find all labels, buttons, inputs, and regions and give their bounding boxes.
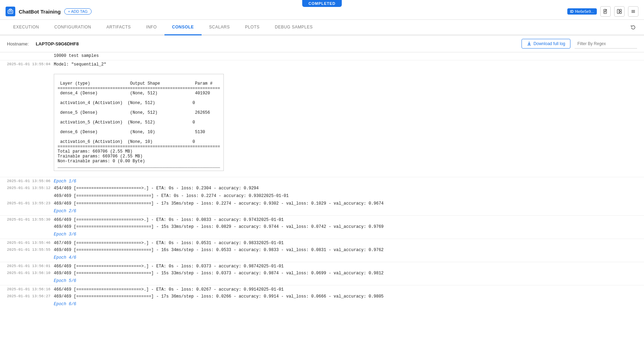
log-message: 466/469 [==========================>.] -…: [54, 286, 644, 293]
log-row: Epoch 2/6: [0, 208, 644, 215]
log-row: 469/469 [==============================]…: [0, 192, 644, 200]
log-message: Epoch 2/6: [54, 208, 644, 215]
log-timestamp: 2025-01-01 13:55:12: [0, 185, 54, 191]
download-icon: [527, 41, 532, 46]
log-message: 10000 test samples: [54, 52, 644, 59]
log-message: Layer (type) Output Shape Param # ======…: [54, 68, 644, 177]
svg-rect-1: [9, 9, 11, 10]
menu-icon-button[interactable]: [628, 6, 638, 17]
app-title: ChatBot Training: [19, 9, 61, 15]
tab-configuration[interactable]: CONFIGURATION: [47, 20, 99, 35]
nav-tabs: EXECUTION CONFIGURATION ARTIFACTS INFO C…: [0, 20, 644, 35]
header-right: ID f4e6e5e9...: [567, 6, 638, 17]
log-row: 2025-01-01 13:56:27 469/469 [===========…: [0, 293, 644, 301]
log-row: 469/469 [==============================]…: [0, 223, 644, 231]
svg-rect-11: [620, 12, 621, 14]
log-timestamp: [0, 254, 54, 256]
layout-icon-button[interactable]: [614, 6, 625, 17]
log-message: 469/469 [==============================]…: [54, 192, 644, 199]
log-message: 469/469 [==============================]…: [54, 293, 644, 300]
log-row: 2025-01-01 13:55:06 Epoch 1/6: [0, 177, 644, 185]
log-row: 2025-01-01 13:55:46 467/469 [===========…: [0, 239, 644, 247]
svg-rect-10: [620, 9, 621, 11]
log-timestamp: [0, 231, 54, 233]
log-message: Epoch 3/6: [54, 231, 644, 238]
console-header: Hostname: LAPTOP-S9G6DHF8 Download full …: [0, 35, 644, 52]
header-left: ChatBot Training + ADD TAG: [6, 7, 92, 16]
log-row: 2025-01-01 13:55:23 469/469 [===========…: [0, 200, 644, 208]
app-logo: [6, 7, 15, 16]
log-row: Epoch 4/6: [0, 254, 644, 262]
filter-input[interactable]: [575, 39, 637, 49]
log-row: 2025-01-01 13:55:12 454/469 [===========…: [0, 185, 644, 192]
log-timestamp: 2025-01-01 13:55:06: [0, 178, 54, 184]
download-log-button[interactable]: Download full log: [522, 39, 570, 49]
log-message: Epoch 1/6: [54, 178, 644, 185]
log-row: Layer (type) Output Shape Param # ======…: [0, 68, 644, 177]
log-timestamp: [0, 277, 54, 280]
log-message: 466/469 [==========================>.] -…: [54, 216, 644, 223]
log-row: Epoch 6/6: [0, 301, 644, 308]
log-timestamp: [0, 192, 54, 195]
tab-console[interactable]: CONSOLE: [164, 20, 202, 35]
tab-debug-samples[interactable]: DEBUG SAMPLES: [267, 20, 320, 35]
tab-artifacts[interactable]: ARTIFACTS: [99, 20, 138, 35]
download-btn-label: Download full log: [534, 41, 565, 46]
log-content[interactable]: 10000 test samples 2025-01-01 13:55:04 M…: [0, 52, 644, 337]
log-timestamp: 2025-01-01 13:56:27: [0, 293, 54, 299]
log-row: 2025-01-01 13:55:55 469/469 [===========…: [0, 247, 644, 254]
log-timestamp: 2025-01-01 13:55:23: [0, 200, 54, 206]
log-message: 469/469 [==============================]…: [54, 223, 644, 230]
id-label: ID: [570, 10, 574, 14]
tab-scalars[interactable]: SCALARS: [202, 20, 238, 35]
svg-rect-9: [617, 9, 619, 14]
log-timestamp: 2025-01-01 13:56:10: [0, 270, 54, 276]
log-message: Epoch 4/6: [54, 254, 644, 261]
id-badge: ID f4e6e5e9...: [567, 8, 597, 15]
refresh-icon-button[interactable]: [628, 22, 638, 33]
log-timestamp: [0, 52, 54, 54]
log-timestamp: 2025-01-01 13:56:16: [0, 286, 54, 292]
id-value: f4e6e5e9...: [575, 9, 594, 14]
log-message: 467/469 [==========================>.] -…: [54, 240, 644, 247]
hostname-label: Hostname:: [7, 41, 29, 46]
log-row: 10000 test samples: [0, 52, 644, 60]
log-message: Model: "sequential_2": [54, 61, 644, 68]
log-row: Epoch 3/6: [0, 231, 644, 239]
tab-plots[interactable]: PLOTS: [237, 20, 267, 35]
log-timestamp: 2025-01-01 13:55:46: [0, 240, 54, 246]
log-row: 2025-01-01 13:55:30 466/469 [===========…: [0, 215, 644, 223]
log-message: Epoch 5/6: [54, 277, 644, 284]
log-message: 466/469 [==========================>.] -…: [54, 263, 644, 270]
log-row: 2025-01-01 13:56:10 469/469 [===========…: [0, 270, 644, 277]
log-timestamp: 2025-01-01 13:56:01: [0, 263, 54, 269]
tab-info[interactable]: INFO: [138, 20, 164, 35]
add-tag-button[interactable]: + ADD TAG: [64, 8, 92, 15]
log-row: 2025-01-01 13:55:04 Model: "sequential_2…: [0, 60, 644, 68]
log-message: 454/469 [==========================>.] -…: [54, 185, 644, 192]
file-icon-button[interactable]: [600, 6, 611, 17]
log-timestamp: [0, 68, 54, 70]
status-bar: COMPLETED: [302, 0, 342, 7]
log-timestamp: [0, 208, 54, 210]
log-message: 469/469 [==============================]…: [54, 200, 644, 207]
log-row: Epoch 5/6: [0, 277, 644, 285]
hostname-value: LAPTOP-S9G6DHF8: [36, 41, 79, 46]
tab-execution[interactable]: EXECUTION: [6, 20, 47, 35]
log-row: 2025-01-01 13:56:16 466/469 [===========…: [0, 285, 644, 293]
log-timestamp: [0, 223, 54, 225]
log-timestamp: [0, 301, 54, 303]
log-message: 469/469 [==============================]…: [54, 247, 644, 254]
log-message: Epoch 6/6: [54, 301, 644, 308]
log-timestamp: 2025-01-01 13:55:30: [0, 216, 54, 223]
log-message: 469/469 [==============================]…: [54, 270, 644, 277]
console-header-right: Download full log: [522, 39, 637, 49]
log-timestamp: 2025-01-01 13:55:55: [0, 247, 54, 253]
log-row: 2025-01-01 13:56:01 466/469 [===========…: [0, 262, 644, 270]
log-timestamp: 2025-01-01 13:55:04: [0, 61, 54, 67]
